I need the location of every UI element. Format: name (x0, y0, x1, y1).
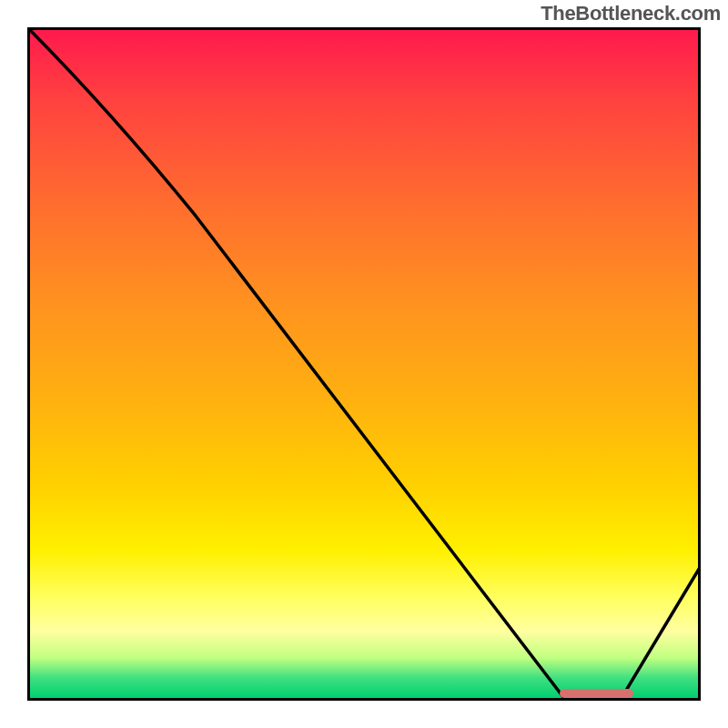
plot-area (27, 27, 701, 701)
watermark-text: TheBottleneck.com (541, 2, 721, 25)
chart-container: TheBottleneck.com (0, 0, 728, 728)
gradient-background (27, 27, 701, 701)
optimal-range-marker (560, 689, 633, 698)
